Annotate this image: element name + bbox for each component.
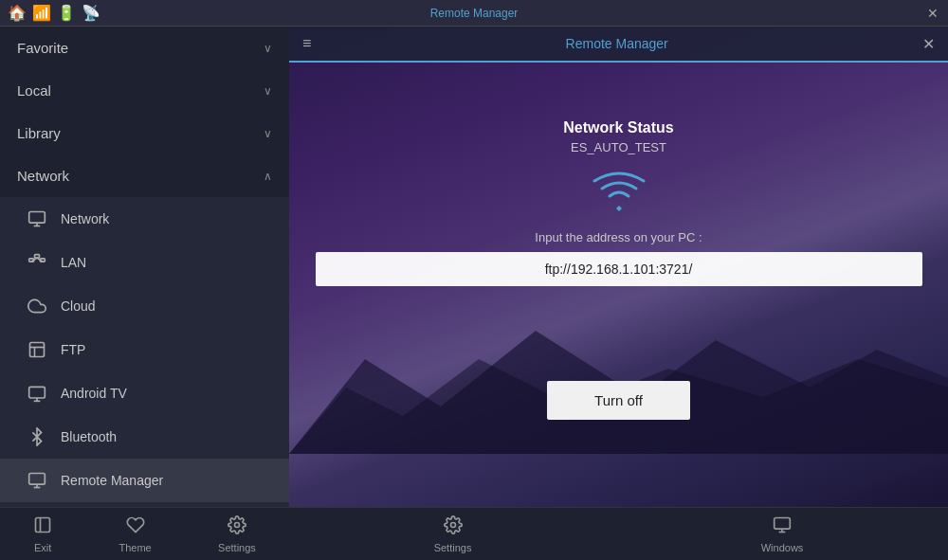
rm-menu-icon[interactable]: ≡ bbox=[289, 35, 324, 52]
remote-manager-label: Remote Manager bbox=[61, 473, 163, 488]
theme-icon bbox=[126, 515, 145, 539]
home-icon: 🏠 bbox=[8, 4, 27, 22]
remote-manager-icon bbox=[27, 470, 47, 491]
windows-label: Windows bbox=[761, 542, 804, 553]
remote-manager-header: ≡ Remote Manager ✕ bbox=[289, 27, 948, 63]
window-title: Remote Manager bbox=[430, 7, 519, 20]
main-settings-label: Settings bbox=[434, 542, 472, 553]
settings-icon bbox=[228, 515, 246, 539]
wifi-icon bbox=[591, 170, 647, 215]
android-tv-label: Android TV bbox=[61, 386, 127, 401]
wifi-status-icon: 📡 bbox=[82, 4, 100, 22]
svg-rect-0 bbox=[29, 212, 46, 224]
main-layout: Favorite ∨ Local ∨ Library ∨ Network ∧ bbox=[0, 27, 948, 507]
svg-rect-14 bbox=[29, 474, 46, 485]
nav-windows[interactable]: Windows bbox=[742, 512, 823, 557]
network-status-title: Network Status bbox=[563, 119, 673, 136]
address-box: ftp://192.168.1.101:3721/ bbox=[316, 252, 922, 286]
lan-icon bbox=[27, 252, 47, 273]
network-ssid: ES_AUTO_TEST bbox=[571, 140, 666, 154]
nav-main-settings[interactable]: Settings bbox=[415, 512, 491, 557]
nav-settings[interactable]: Settings bbox=[199, 512, 275, 557]
sidebar-item-network[interactable]: Network bbox=[0, 197, 289, 241]
title-bar-icons: 🏠 📶 🔋 📡 bbox=[8, 4, 100, 22]
svg-point-24 bbox=[450, 522, 455, 527]
rm-close-button[interactable]: ✕ bbox=[909, 35, 948, 53]
main-bottom-nav: Settings Windows bbox=[289, 512, 948, 557]
address-label: Input the address on your PC : bbox=[535, 230, 702, 244]
svg-point-23 bbox=[234, 522, 239, 527]
nav-exit[interactable]: Exit bbox=[14, 512, 71, 557]
turn-off-button[interactable]: Turn off bbox=[547, 381, 690, 420]
favorite-chevron: ∨ bbox=[264, 42, 272, 55]
sidebar-item-ftp[interactable]: FTP bbox=[0, 328, 289, 371]
local-label: Local bbox=[17, 82, 51, 99]
lan-label: LAN bbox=[61, 255, 86, 270]
sidebar: Favorite ∨ Local ∨ Library ∨ Network ∧ bbox=[0, 27, 289, 507]
sidebar-item-cloud[interactable]: Cloud bbox=[0, 284, 289, 328]
bluetooth-label: Bluetooth bbox=[61, 429, 117, 444]
exit-icon bbox=[33, 515, 52, 539]
sidebar-item-bluetooth[interactable]: Bluetooth bbox=[0, 415, 289, 459]
library-label: Library bbox=[17, 125, 61, 141]
title-bar: 🏠 📶 🔋 📡 Remote Manager ✕ bbox=[0, 0, 948, 27]
android-tv-icon bbox=[27, 383, 47, 404]
sidebar-section-library[interactable]: Library ∨ bbox=[0, 112, 289, 154]
favorite-label: Favorite bbox=[17, 40, 68, 56]
sidebar-section-favorite[interactable]: Favorite ∨ bbox=[0, 27, 289, 69]
sidebar-item-remote-manager[interactable]: Remote Manager bbox=[0, 459, 289, 502]
ftp-label: FTP bbox=[61, 342, 85, 357]
sidebar-item-lan[interactable]: LAN bbox=[0, 241, 289, 284]
battery-icon: 🔋 bbox=[57, 4, 76, 22]
sidebar-section-network[interactable]: Network ∧ bbox=[0, 154, 289, 197]
theme-label: Theme bbox=[118, 542, 151, 553]
svg-rect-8 bbox=[30, 343, 45, 357]
network-status-panel: Network Status ES_AUTO_TEST Input the ad… bbox=[289, 63, 948, 420]
content-area: ≡ Remote Manager ✕ Network Status ES_AUT… bbox=[289, 27, 948, 507]
network-sub-items: Network LAN bbox=[0, 197, 289, 507]
network-item-label: Network bbox=[61, 211, 109, 226]
bottom-navigation: Exit Theme Settings bbox=[0, 507, 948, 560]
svg-rect-4 bbox=[35, 255, 40, 258]
nav-theme[interactable]: Theme bbox=[100, 512, 170, 557]
sidebar-section-local[interactable]: Local ∨ bbox=[0, 69, 289, 112]
title-close-button[interactable]: ✕ bbox=[927, 6, 939, 21]
library-chevron: ∨ bbox=[264, 127, 272, 140]
bluetooth-icon bbox=[27, 426, 47, 447]
local-chevron: ∨ bbox=[264, 84, 272, 98]
network-section-label: Network bbox=[17, 168, 69, 184]
svg-rect-11 bbox=[29, 387, 46, 398]
signal-icon: 📶 bbox=[32, 4, 51, 22]
cloud-label: Cloud bbox=[61, 298, 96, 314]
network-item-icon bbox=[27, 208, 47, 229]
exit-label: Exit bbox=[34, 542, 51, 553]
windows-icon bbox=[773, 515, 792, 539]
svg-rect-21 bbox=[36, 517, 50, 532]
settings-sidebar-label: Settings bbox=[218, 542, 256, 553]
network-chevron: ∧ bbox=[264, 170, 272, 183]
cloud-icon bbox=[27, 296, 47, 316]
rm-header-title: Remote Manager bbox=[324, 36, 909, 51]
sidebar-bottom-nav: Exit Theme Settings bbox=[0, 512, 289, 557]
sidebar-item-android-tv[interactable]: Android TV bbox=[0, 371, 289, 415]
ftp-icon bbox=[27, 339, 47, 360]
main-settings-icon bbox=[444, 515, 463, 539]
svg-rect-25 bbox=[775, 517, 791, 529]
